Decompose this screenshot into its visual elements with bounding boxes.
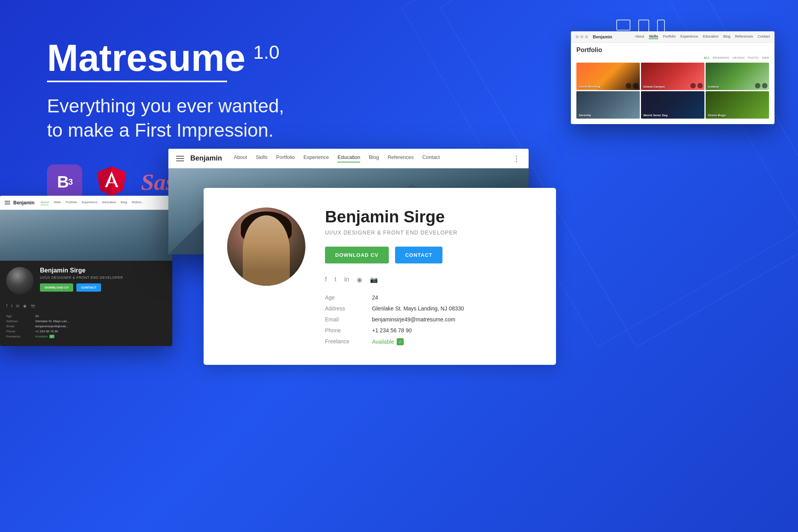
dot-2 <box>580 35 583 38</box>
social-linkedin[interactable]: in <box>344 276 349 283</box>
thumb-label-6: Green Bugs <box>708 114 726 117</box>
mnav-experience[interactable]: Experience <box>303 154 329 162</box>
lnav-refere[interactable]: Refere... <box>132 200 144 205</box>
left-hamburger[interactable] <box>5 201 10 204</box>
left-phone-value: +1 234 56 78 90 <box>35 330 166 333</box>
main-hamburger[interactable] <box>176 156 184 161</box>
left-name: Benjamin Sirge <box>40 267 123 274</box>
bootstrap-icon: B3 <box>47 164 82 200</box>
avatar-face <box>243 215 290 286</box>
thumb-icons-1 <box>626 83 638 88</box>
left-profile-inner: Benjamin Sirge UI/UX DESIGNER & FRONT EN… <box>0 261 172 301</box>
filter-photo[interactable]: PHOTO <box>747 56 758 60</box>
address-label: Address <box>325 305 364 312</box>
social-twitter[interactable]: t <box>334 276 336 283</box>
profile-details: Age 24 Address Glenlake St. Mays Landing… <box>325 294 533 345</box>
left-social-ig[interactable]: 📷 <box>31 304 35 308</box>
lnav-education[interactable]: Education <box>102 200 116 205</box>
portfolio-nav: Benjamin About Skills Portfolio Experien… <box>571 31 775 43</box>
available-calendar-icon: ✓ <box>397 338 404 345</box>
nav-dots <box>576 35 588 38</box>
thumb-world-seize[interactable]: World Seize Day <box>641 91 704 119</box>
pnav-portfolio[interactable]: Portfolio <box>663 34 676 39</box>
left-contact-btn[interactable]: CONTACT <box>76 283 101 292</box>
mnav-education[interactable]: Education <box>338 154 360 162</box>
left-social-tw[interactable]: t <box>11 304 13 308</box>
portfolio-nav-links: About Skills Portfolio Experience Educat… <box>635 34 770 39</box>
left-email-value: benjaminsirje49@mat... <box>35 325 166 328</box>
mnav-about[interactable]: About <box>234 154 247 162</box>
pnav-experience[interactable]: Experience <box>681 34 698 39</box>
portfolio-brand: Benjamin <box>593 34 612 39</box>
left-addr-value: Glenlake St. Mays Lan... <box>35 319 166 323</box>
left-download-btn[interactable]: DOWNLOAD CV <box>40 283 73 292</box>
profile-title: UI/UX DESIGNER & FRONT END DEVELOPER <box>325 229 533 236</box>
left-role: UI/UX DESIGNER & FRONT END DEVELOPER <box>40 276 123 280</box>
thumb-grand-canyon[interactable]: Grand Canyon <box>641 63 704 90</box>
main-nav-links: About Skills Portfolio Experience Educat… <box>234 154 513 162</box>
hero-title: Matresume 1.0 <box>47 39 284 77</box>
mnav-contact[interactable]: Contact <box>422 154 440 162</box>
filter-design[interactable]: DESIGN <box>733 56 745 60</box>
hero-underline <box>47 81 227 82</box>
portfolio-section-title: Portfolio <box>571 43 775 56</box>
subtitle-line1: Everything you ever wanted, <box>47 94 284 118</box>
thumb-label-2: Grand Canyon <box>643 85 665 88</box>
thumb-good-morning[interactable]: Good Morning <box>576 63 640 90</box>
hero-version: 1.0 <box>253 43 280 62</box>
pnav-education[interactable]: Education <box>703 34 719 39</box>
left-detail-age: Age 24 <box>6 314 166 318</box>
more-options-icon[interactable]: ⋮ <box>513 154 521 163</box>
download-cv-button[interactable]: DOWNLOAD CV <box>325 247 389 263</box>
social-instagram[interactable]: 📷 <box>370 276 378 283</box>
pnav-contact[interactable]: Contact <box>758 34 770 39</box>
lnav-blog[interactable]: Blog <box>121 200 127 205</box>
contact-button[interactable]: CONTACT <box>395 247 443 263</box>
left-preview: Benjamin About Skills Portfolio Experien… <box>0 196 172 346</box>
left-brand: Benjamin <box>13 200 34 206</box>
lnav-experience[interactable]: Experience <box>82 200 97 205</box>
age-value: 24 <box>372 294 533 301</box>
left-detail-address: Address Glenlake St. Mays Lan... <box>6 319 166 323</box>
lnav-portfolio[interactable]: Portfolio <box>66 200 77 205</box>
mnav-portfolio[interactable]: Portfolio <box>276 154 295 162</box>
left-details: Age 24 Address Glenlake St. Mays Lan... … <box>0 311 172 346</box>
dot-3 <box>585 35 588 38</box>
left-email-label: Email <box>6 325 34 328</box>
freelance-value: Available ✓ <box>372 338 533 345</box>
phone-label: Phone <box>325 327 364 334</box>
mnav-blog[interactable]: Blog <box>369 154 379 162</box>
pnav-blog[interactable]: Blog <box>723 34 730 39</box>
available-icon: ✓ <box>49 335 54 338</box>
filter-all[interactable]: ALL <box>704 56 710 60</box>
hamburger-line-3 <box>176 161 184 161</box>
left-profile-info: Benjamin Sirge UI/UX DESIGNER & FRONT EN… <box>40 267 123 292</box>
lnav-skills[interactable]: Skills <box>54 200 61 205</box>
social-facebook[interactable]: f <box>325 276 327 283</box>
mnav-references[interactable]: References <box>388 154 413 162</box>
pnav-references[interactable]: References <box>735 34 753 39</box>
thumb-iceland[interactable]: Iceland <box>706 63 769 90</box>
avatar-container <box>227 207 305 286</box>
pnav-about[interactable]: About <box>635 34 645 39</box>
lnav-about[interactable]: About <box>41 200 49 205</box>
social-dribbble[interactable]: ◉ <box>357 276 362 283</box>
thumb-label-5: World Seize Day <box>643 114 668 117</box>
thumb-serenity[interactable]: Serenity <box>576 91 640 119</box>
main-nav: Benjamin About Skills Portfolio Experien… <box>168 149 529 168</box>
left-social-fb[interactable]: f <box>6 304 7 308</box>
pnav-skills[interactable]: Skills <box>649 34 658 39</box>
hero-text-block: Matresume 1.0 Everything you ever wanted… <box>47 39 284 143</box>
freelance-text: Available <box>372 339 394 345</box>
left-profile-section: Benjamin Sirge UI/UX DESIGNER & FRONT EN… <box>0 261 172 346</box>
left-social-li[interactable]: in <box>16 304 20 308</box>
thumb-green-bugs[interactable]: Green Bugs <box>706 91 769 119</box>
left-social-dr[interactable]: ◉ <box>23 304 27 308</box>
hamburger-line-2 <box>176 158 184 159</box>
filter-branding[interactable]: BRANDING <box>713 56 729 60</box>
mnav-skills[interactable]: Skills <box>256 154 267 162</box>
profile-card-inner: Benjamin Sirge UI/UX DESIGNER & FRONT EN… <box>227 207 533 345</box>
filter-web[interactable]: WEB <box>762 56 769 60</box>
content-layer: Matresume 1.0 Everything you ever wanted… <box>0 0 798 532</box>
thumb-link-icon <box>633 83 638 88</box>
